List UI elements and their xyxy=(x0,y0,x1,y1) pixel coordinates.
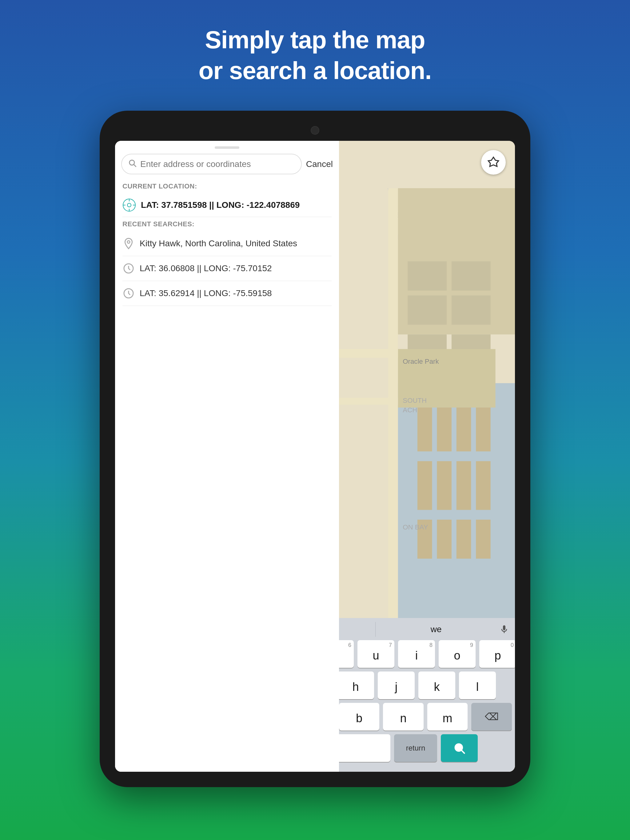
recent-searches-label: RECENT SEARCHES: xyxy=(115,217,339,231)
clock-icon-1 xyxy=(122,262,135,275)
divider-4 xyxy=(122,306,332,306)
svg-text:Oracle Park: Oracle Park xyxy=(403,358,439,365)
key-o[interactable]: 9 o xyxy=(438,640,476,668)
recent-place-text: Kitty Hawk, North Carolina, United State… xyxy=(140,238,297,248)
svg-rect-9 xyxy=(408,295,446,325)
tablet-device: SQUARE Bryant St xyxy=(100,111,530,787)
key-b[interactable]: b xyxy=(339,703,380,731)
kb-mic[interactable] xyxy=(497,622,512,637)
svg-rect-23 xyxy=(437,519,451,559)
key-p[interactable]: 0 p xyxy=(479,640,515,668)
key-j[interactable]: j xyxy=(378,671,415,699)
cancel-button[interactable]: Cancel xyxy=(306,159,333,169)
key-n[interactable]: n xyxy=(383,703,424,731)
key-search[interactable] xyxy=(441,734,478,762)
svg-rect-7 xyxy=(408,261,446,291)
svg-text:ACH: ACH xyxy=(403,406,417,414)
svg-rect-10 xyxy=(451,295,491,325)
svg-rect-25 xyxy=(476,519,491,559)
svg-rect-8 xyxy=(451,261,491,291)
svg-rect-24 xyxy=(456,519,471,559)
current-location-label: CURRENT LOCATION: xyxy=(115,179,339,193)
svg-marker-35 xyxy=(488,157,499,166)
svg-text:ON BAY: ON BAY xyxy=(403,523,428,531)
svg-rect-18 xyxy=(418,461,432,510)
svg-line-48 xyxy=(462,750,464,753)
svg-point-39 xyxy=(127,203,131,207)
key-h[interactable]: h xyxy=(337,671,374,699)
search-icon xyxy=(128,159,136,169)
drag-handle xyxy=(215,146,239,149)
recent-coords-1: LAT: 36.06808 || LONG: -75.70152 xyxy=(140,264,272,273)
svg-text:SOUTH: SOUTH xyxy=(403,396,427,404)
header-title: Simply tap the mapor search a location. xyxy=(198,25,431,86)
recent-coords-2: LAT: 35.62914 || LONG: -75.59158 xyxy=(140,288,272,298)
search-bar-row: Cancel xyxy=(115,154,339,179)
key-return[interactable]: return xyxy=(394,734,437,762)
key-l[interactable]: l xyxy=(459,671,496,699)
search-panel: Cancel CURRENT LOCATION: LAT: 37.7851598… xyxy=(115,141,339,772)
tablet-camera xyxy=(311,126,319,135)
gps-icon xyxy=(122,198,136,212)
current-location-row[interactable]: LAT: 37.7851598 || LONG: -122.4078869 xyxy=(115,193,339,217)
key-u[interactable]: 7 u xyxy=(358,640,394,668)
key-m[interactable]: m xyxy=(427,703,468,731)
key-i[interactable]: 8 i xyxy=(398,640,435,668)
current-location-section: CURRENT LOCATION: LAT: 37.7851598 || LON… xyxy=(115,179,339,217)
recent-item-2[interactable]: LAT: 35.62914 || LONG: -75.59158 xyxy=(115,281,339,306)
recent-item-0[interactable]: Kitty Hawk, North Carolina, United State… xyxy=(115,231,339,256)
svg-line-37 xyxy=(134,164,136,166)
svg-rect-19 xyxy=(437,461,451,510)
recent-item-1[interactable]: LAT: 36.06808 || LONG: -75.70152 xyxy=(115,256,339,281)
suggestion-2[interactable]: we xyxy=(375,622,497,637)
recent-searches-section: RECENT SEARCHES: Kitty Hawk, North Carol… xyxy=(115,217,339,306)
place-icon xyxy=(122,237,135,249)
svg-rect-21 xyxy=(476,461,491,510)
map-location-button[interactable] xyxy=(481,150,506,175)
key-k[interactable]: k xyxy=(418,671,455,699)
svg-point-44 xyxy=(127,241,130,243)
current-location-coords: LAT: 37.7851598 || LONG: -122.4078869 xyxy=(141,200,300,210)
key-delete[interactable]: ⌫ xyxy=(471,703,512,731)
search-input-container[interactable] xyxy=(121,154,302,174)
svg-rect-20 xyxy=(456,461,471,510)
clock-icon-2 xyxy=(122,287,135,300)
search-input[interactable] xyxy=(140,159,295,169)
tablet-screen: SQUARE Bryant St xyxy=(115,141,515,772)
